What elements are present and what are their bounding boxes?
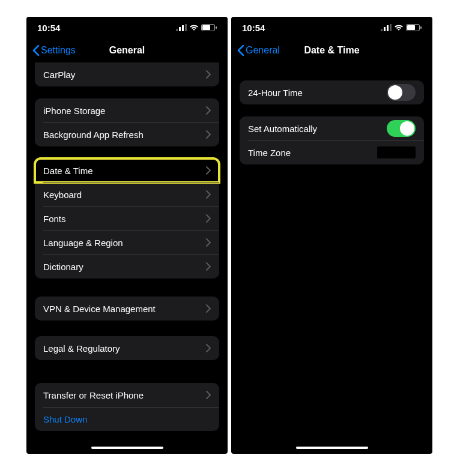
battery-icon bbox=[406, 24, 422, 31]
row-iphone-storage[interactable]: iPhone Storage bbox=[35, 98, 219, 122]
row-label: CarPlay bbox=[43, 70, 75, 80]
status-icons bbox=[176, 24, 217, 31]
row-date-time[interactable]: Date & Time bbox=[35, 158, 219, 182]
redacted-value bbox=[377, 146, 416, 158]
row-label: VPN & Device Management bbox=[43, 304, 156, 314]
chevron-right-icon bbox=[206, 70, 211, 79]
settings-group: iPhone Storage Background App Refresh bbox=[35, 98, 219, 146]
phone-date-time-settings: 10:54 General Date & Time 24-Hour Time bbox=[231, 17, 432, 454]
signal-icon bbox=[381, 24, 392, 31]
row-shut-down[interactable]: Shut Down bbox=[35, 407, 219, 431]
time-zone-value bbox=[377, 146, 416, 158]
settings-group: Legal & Regulatory bbox=[35, 336, 219, 360]
row-label: Language & Region bbox=[43, 238, 123, 248]
signal-icon bbox=[176, 24, 187, 31]
svg-rect-8 bbox=[384, 27, 386, 31]
settings-group: 24-Hour Time bbox=[240, 80, 424, 104]
svg-rect-1 bbox=[179, 27, 181, 31]
wifi-icon bbox=[394, 24, 404, 31]
chevron-left-icon bbox=[237, 45, 244, 56]
nav-bar: General Date & Time bbox=[231, 38, 432, 62]
status-bar: 10:54 bbox=[231, 17, 432, 38]
row-dictionary[interactable]: Dictionary bbox=[35, 255, 219, 279]
battery-icon bbox=[201, 24, 217, 31]
row-label: Fonts bbox=[43, 214, 66, 224]
status-time: 10:54 bbox=[37, 23, 60, 33]
chevron-right-icon bbox=[206, 130, 211, 139]
settings-group: Date & Time Keyboard Fonts Language & Re… bbox=[35, 158, 219, 279]
row-label: Set Automatically bbox=[248, 124, 317, 134]
settings-group: CarPlay bbox=[35, 62, 219, 86]
row-language-region[interactable]: Language & Region bbox=[35, 230, 219, 255]
nav-bar: Settings General bbox=[26, 38, 228, 62]
row-background-app-refresh[interactable]: Background App Refresh bbox=[35, 122, 219, 146]
row-label: Shut Down bbox=[43, 414, 87, 424]
svg-rect-5 bbox=[202, 25, 210, 30]
row-vpn-device-mgmt[interactable]: VPN & Device Management bbox=[35, 297, 219, 321]
row-transfer-reset[interactable]: Transfer or Reset iPhone bbox=[35, 383, 219, 407]
settings-list[interactable]: CarPlay iPhone Storage Background App Re… bbox=[26, 62, 228, 454]
svg-rect-2 bbox=[182, 25, 184, 31]
settings-group: Transfer or Reset iPhone Shut Down bbox=[35, 383, 219, 431]
toggle-set-automatically[interactable] bbox=[387, 120, 416, 137]
chevron-right-icon bbox=[206, 190, 211, 199]
row-label: Keyboard bbox=[43, 190, 82, 200]
phone-general-settings: 10:54 Settings General CarPlay bbox=[26, 17, 228, 454]
row-label: Date & Time bbox=[43, 166, 93, 176]
chevron-right-icon bbox=[206, 166, 211, 175]
chevron-right-icon bbox=[206, 106, 211, 115]
chevron-right-icon bbox=[206, 391, 211, 399]
row-label: Dictionary bbox=[43, 262, 83, 272]
row-keyboard[interactable]: Keyboard bbox=[35, 182, 219, 206]
status-time: 10:54 bbox=[242, 23, 265, 33]
row-fonts[interactable]: Fonts bbox=[35, 206, 219, 230]
row-label: Legal & Regulatory bbox=[43, 343, 120, 354]
chevron-right-icon bbox=[206, 344, 211, 352]
home-indicator[interactable] bbox=[91, 447, 163, 449]
settings-list[interactable]: 24-Hour Time Set Automatically Time Zone bbox=[231, 62, 432, 454]
svg-rect-0 bbox=[176, 29, 178, 31]
svg-rect-12 bbox=[407, 25, 415, 30]
status-icons bbox=[381, 24, 422, 31]
chevron-right-icon bbox=[206, 238, 211, 247]
home-indicator[interactable] bbox=[296, 447, 368, 449]
chevron-right-icon bbox=[206, 262, 211, 271]
status-bar: 10:54 bbox=[26, 17, 228, 38]
row-label: iPhone Storage bbox=[43, 106, 105, 116]
row-label: Transfer or Reset iPhone bbox=[43, 390, 144, 400]
back-label: General bbox=[246, 45, 280, 56]
toggle-24-hour-time[interactable] bbox=[387, 84, 416, 101]
settings-group: Set Automatically Time Zone bbox=[240, 116, 424, 164]
row-set-automatically: Set Automatically bbox=[240, 116, 424, 140]
row-24-hour-time: 24-Hour Time bbox=[240, 80, 424, 104]
chevron-left-icon bbox=[32, 45, 40, 56]
svg-rect-3 bbox=[185, 24, 187, 31]
row-label: Background App Refresh bbox=[43, 130, 144, 140]
back-button[interactable]: General bbox=[237, 45, 280, 56]
row-label: Time Zone bbox=[248, 148, 291, 158]
row-time-zone[interactable]: Time Zone bbox=[240, 140, 424, 164]
wifi-icon bbox=[189, 24, 199, 31]
svg-rect-7 bbox=[381, 29, 383, 31]
row-carplay[interactable]: CarPlay bbox=[35, 62, 219, 86]
svg-rect-13 bbox=[420, 26, 422, 29]
back-button[interactable]: Settings bbox=[32, 45, 76, 56]
chevron-right-icon bbox=[206, 214, 211, 223]
svg-rect-6 bbox=[216, 26, 217, 29]
svg-rect-9 bbox=[387, 25, 389, 31]
row-label: 24-Hour Time bbox=[248, 88, 303, 98]
row-legal-regulatory[interactable]: Legal & Regulatory bbox=[35, 336, 219, 360]
chevron-right-icon bbox=[206, 304, 211, 313]
svg-rect-10 bbox=[390, 24, 392, 31]
settings-group: VPN & Device Management bbox=[35, 297, 219, 321]
back-label: Settings bbox=[41, 45, 76, 56]
